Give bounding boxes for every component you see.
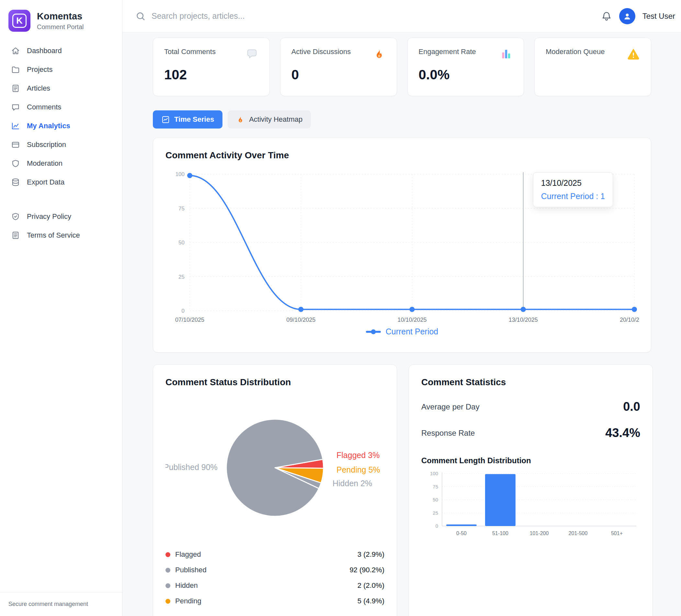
line-chart-icon — [161, 115, 170, 124]
sidebar-item-dashboard[interactable]: Dashboard — [5, 42, 117, 60]
content: Total Comments102Active Discussions0Enga… — [122, 32, 681, 616]
svg-text:07/10/2025: 07/10/2025 — [175, 316, 204, 323]
legend-value: 92 (90.2%) — [349, 566, 384, 574]
brand[interactable]: K Komentas Comment Portal — [0, 0, 122, 40]
pie-callout-flagged: Flagged 3% — [336, 451, 380, 460]
svg-text:75: 75 — [433, 484, 438, 489]
sidebar-item-my-analytics[interactable]: My Analytics — [5, 117, 117, 135]
svg-text:75: 75 — [178, 206, 184, 212]
tab-label: Time Series — [174, 115, 214, 124]
stat-card-label: Engagement Rate — [419, 48, 476, 56]
legend-line-dot-icon — [366, 331, 381, 333]
stat-card-value: 0.0% — [419, 67, 513, 82]
legend-label: Current Period — [386, 327, 438, 336]
legend-label: Hidden — [175, 581, 198, 590]
stat-card-value: 102 — [164, 67, 258, 82]
user-avatar[interactable] — [619, 8, 635, 24]
sidebar-footer-note: Secure comment management — [0, 592, 122, 616]
statistic-label: Average per Day — [421, 402, 480, 411]
bottom-row: Comment Status Distribution Flagged 3%Pe… — [153, 364, 651, 616]
legend-dot-icon — [166, 583, 170, 588]
sidebar-item-label: My Analytics — [27, 122, 70, 130]
comment-statistics-title: Comment Statistics — [421, 377, 640, 387]
top-bar: Test User — [122, 0, 681, 32]
bar-51-100[interactable] — [485, 474, 515, 526]
svg-text:10/10/2025: 10/10/2025 — [397, 316, 427, 323]
pie-legend-row-hidden: Hidden2 (2.0%) — [166, 578, 384, 593]
stat-card-total-comments: Total Comments102 — [153, 37, 270, 96]
stat-card-top: Total Comments — [164, 48, 258, 62]
stat-card-active-discussions: Active Discussions0 — [280, 37, 397, 96]
speech-bubble-icon — [246, 48, 258, 62]
statistics-rows: Average per Day0.0Response Rate43.4% — [421, 400, 640, 440]
stat-card-engagement-rate: Engagement Rate0.0% — [407, 37, 524, 96]
chart-legend-current-period[interactable]: Current Period — [166, 327, 638, 336]
status-distribution-card: Comment Status Distribution Flagged 3%Pe… — [153, 364, 397, 616]
legend-label: Pending — [175, 597, 201, 605]
sidebar-item-label: Subscription — [27, 140, 66, 149]
legend-dot-icon — [166, 599, 170, 604]
sidebar-item-label: Projects — [27, 66, 52, 74]
brand-text: Komentas Comment Portal — [37, 11, 84, 31]
stat-card-moderation-queue: Moderation Queue — [534, 37, 651, 96]
sidebar-item-moderation[interactable]: Moderation — [5, 154, 117, 173]
stat-card-label: Active Discussions — [292, 48, 351, 56]
svg-text:51-100: 51-100 — [492, 531, 508, 536]
legend-label: Flagged — [175, 550, 201, 559]
sidebar-item-privacy-policy[interactable]: Privacy Policy — [5, 207, 117, 226]
bar-chart-svg: 02550751000-5051-100101-200201-500501+ — [421, 470, 640, 546]
header-right: Test User — [601, 8, 675, 24]
legend-dot-icon — [166, 552, 170, 557]
app-root: K Komentas Comment Portal DashboardProje… — [0, 0, 681, 616]
credit-card-icon — [11, 140, 20, 149]
pie-chart-svg: Flagged 3%Pending 5%Hidden 2%Published 9… — [166, 390, 384, 542]
svg-text:50: 50 — [433, 497, 438, 503]
svg-text:13/10/2025: 13/10/2025 — [509, 316, 538, 323]
sidebar-nav-primary: DashboardProjectsArticlesCommentsMy Anal… — [0, 40, 122, 191]
line-chart-area: 025507510007/10/202509/10/202510/10/2025… — [166, 168, 638, 324]
pie-legend: Flagged3 (2.9%)Published92 (90.2%)Hidden… — [166, 547, 384, 609]
svg-text:25: 25 — [433, 510, 438, 516]
statistic-label: Response Rate — [421, 429, 475, 438]
bar-chart-icon — [500, 48, 513, 62]
stat-card-top: Engagement Rate — [419, 48, 513, 62]
flame-icon — [236, 115, 245, 124]
pie-chart-area: Flagged 3%Pending 5%Hidden 2%Published 9… — [166, 390, 384, 542]
sidebar-item-projects[interactable]: Projects — [5, 60, 117, 79]
tab-label: Activity Heatmap — [249, 115, 302, 124]
sidebar-item-export-data[interactable]: Export Data — [5, 173, 117, 191]
analytics-icon — [11, 121, 20, 130]
status-distribution-title: Comment Status Distribution — [166, 377, 384, 387]
stat-card-top: Moderation Queue — [546, 48, 640, 62]
brand-logo-letter: K — [16, 16, 23, 26]
search-input[interactable] — [152, 11, 595, 21]
svg-text:101-200: 101-200 — [530, 531, 549, 536]
legend-dot-icon — [166, 568, 170, 573]
sidebar: K Komentas Comment Portal DashboardProje… — [0, 0, 122, 616]
legend-value: 5 (4.9%) — [357, 597, 384, 605]
stat-card-value: 0 — [292, 67, 386, 82]
shield-check-icon — [11, 212, 20, 221]
stat-card-label: Total Comments — [164, 48, 216, 56]
main-area: Test User Total Comments102Active Discus… — [122, 0, 681, 616]
sidebar-item-subscription[interactable]: Subscription — [5, 135, 117, 154]
search-icon — [135, 11, 146, 21]
flame-icon — [373, 48, 386, 62]
sidebar-item-label: Privacy Policy — [27, 212, 71, 221]
sidebar-item-label: Moderation — [27, 159, 62, 168]
tab-activity-heatmap[interactable]: Activity Heatmap — [228, 110, 311, 129]
tab-time-series[interactable]: Time Series — [153, 110, 223, 129]
sidebar-item-articles[interactable]: Articles — [5, 79, 117, 98]
svg-text:50: 50 — [178, 239, 184, 246]
sidebar-item-label: Comments — [27, 103, 61, 111]
sidebar-item-terms-of-service[interactable]: Terms of Service — [5, 226, 117, 245]
sidebar-item-label: Dashboard — [27, 47, 62, 55]
svg-text:501+: 501+ — [611, 531, 623, 536]
legend-label: Published — [175, 566, 207, 574]
notifications-bell-icon[interactable] — [601, 11, 612, 22]
pie-callout-hidden: Hidden 2% — [333, 479, 372, 488]
svg-text:25: 25 — [178, 274, 184, 280]
svg-text:0: 0 — [182, 308, 184, 314]
sidebar-item-comments[interactable]: Comments — [5, 98, 117, 117]
bar-0-50[interactable] — [446, 524, 477, 526]
